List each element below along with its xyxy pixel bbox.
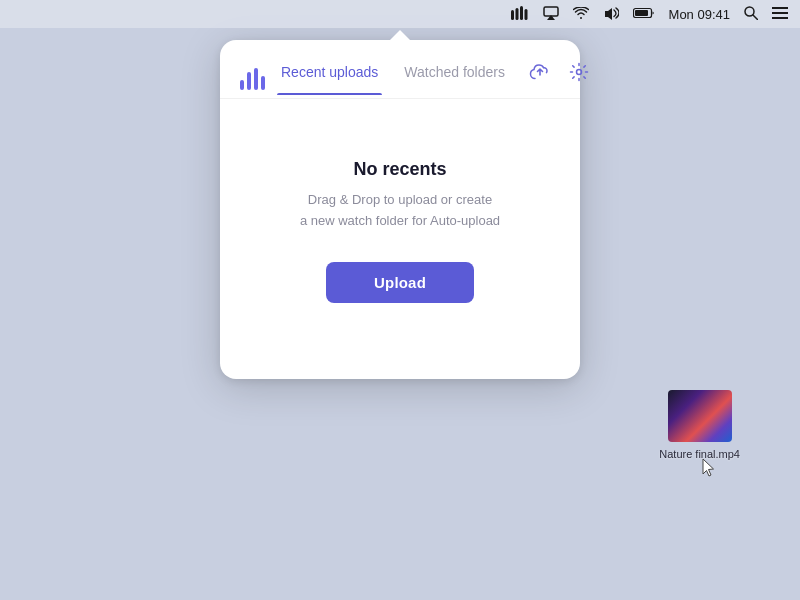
svg-rect-1	[515, 8, 518, 20]
volume-icon[interactable]	[603, 6, 619, 23]
menubar-icons: Mon 09:41	[511, 6, 788, 23]
svg-rect-2	[520, 6, 523, 20]
svg-rect-4	[544, 7, 558, 16]
settings-button[interactable]	[567, 60, 591, 84]
wifi-icon[interactable]	[573, 6, 589, 22]
search-icon[interactable]	[744, 6, 758, 23]
file-thumbnail-preview	[668, 390, 732, 442]
no-recents-title: No recents	[353, 159, 446, 180]
tab-action-icons	[527, 60, 591, 98]
svg-rect-3	[524, 9, 527, 20]
battery-icon	[633, 6, 655, 22]
svg-rect-7	[635, 10, 648, 16]
logo-bar-4	[261, 76, 265, 90]
app-logo	[240, 68, 265, 90]
menubar: Mon 09:41	[0, 0, 800, 28]
no-recents-description: Drag & Drop to upload or create a new wa…	[300, 190, 500, 232]
tabs-bar: Recent uploads Watched folders	[220, 40, 580, 99]
popup-content: No recents Drag & Drop to upload or crea…	[220, 99, 580, 379]
file-thumbnail	[668, 390, 732, 442]
svg-line-9	[753, 15, 758, 20]
menubar-time: Mon 09:41	[669, 7, 730, 22]
tab-watched-folders[interactable]: Watched folders	[400, 64, 509, 94]
svg-point-13	[576, 70, 581, 75]
upload-popup: Recent uploads Watched folders	[220, 40, 580, 379]
audio-bars-icon[interactable]	[511, 6, 529, 23]
logo-bar-1	[240, 80, 244, 90]
logo-bar-2	[247, 72, 251, 90]
logo-bar-3	[254, 68, 258, 90]
desktop-file-icon[interactable]: Nature final.mp4	[659, 390, 740, 460]
hamburger-menu-icon[interactable]	[772, 6, 788, 22]
upload-button[interactable]: Upload	[326, 262, 474, 303]
file-name-label: Nature final.mp4	[659, 448, 740, 460]
mouse-cursor	[702, 458, 716, 478]
tab-recent-uploads[interactable]: Recent uploads	[277, 64, 382, 94]
upload-cloud-button[interactable]	[527, 60, 553, 84]
svg-rect-0	[511, 10, 514, 20]
airplay-icon[interactable]	[543, 6, 559, 23]
